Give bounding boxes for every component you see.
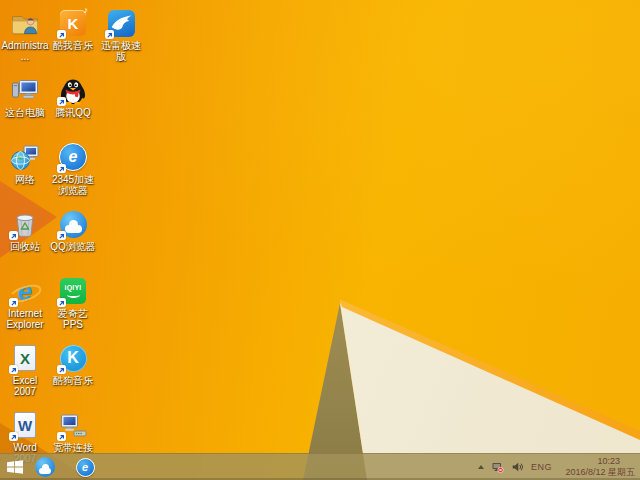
system-tray: ENG 10:23 2016/8/12 星期五 [478,454,640,480]
volume-icon[interactable] [511,461,524,473]
start-button[interactable] [0,454,30,480]
shortcut-arrow-icon [57,365,66,374]
desktop-icon-label: 2345加速浏览器 [49,174,97,196]
clock-time: 10:23 [559,456,635,467]
shortcut-arrow-icon [9,298,18,307]
iqiyi-pps-icon: iQIYI [58,276,88,306]
shortcut-arrow-icon [9,231,18,240]
desktop-icon-label: 爱奇艺PPS [49,308,97,330]
desktop-icon-iqiyi-pps[interactable]: iQIYI 爱奇艺PPS [49,276,97,330]
taskbar-2345-browser-button[interactable]: e [70,454,100,480]
shortcut-arrow-icon [105,30,114,39]
computer-icon [10,75,40,105]
desktop-icon-kugou-music[interactable]: K 酷狗音乐 [49,343,97,386]
shortcut-arrow-icon [9,432,18,441]
desktop-icon-recycle-bin[interactable]: 回收站 [1,209,49,252]
qq-penguin-icon [58,75,88,105]
desktop-icon-label: QQ浏览器 [50,241,96,252]
desktop-icon-tencent-qq[interactable]: 腾讯QQ [49,75,97,118]
shortcut-arrow-icon [57,231,66,240]
desktop-icon-broadband-connection[interactable]: 宽带连接 [49,410,97,453]
2345-e-sphere-icon: e [76,458,95,477]
desktop-icon-kuwo-music[interactable]: K ♪ 酷我音乐 [49,8,97,51]
desktop-icon-label: 这台电脑 [5,107,45,118]
internet-explorer-icon: e [10,276,40,306]
shortcut-arrow-icon [9,365,18,374]
shortcut-arrow-icon [57,432,66,441]
kugou-music-icon: K [58,343,88,373]
network-disconnected-icon[interactable] [491,461,504,473]
shortcut-arrow-icon [57,298,66,307]
language-indicator[interactable]: ENG [531,462,552,472]
user-folder-icon [10,8,40,38]
desktop-icon-label: 腾讯QQ [55,107,91,118]
desktop-icon-2345-browser[interactable]: e 2345加速浏览器 [49,142,97,196]
desktop-icon-network[interactable]: 网络 [1,142,49,185]
qq-browser-cloud-icon [58,209,88,239]
kuwo-music-icon: K ♪ [58,8,88,38]
clock-date: 2016/8/12 星期五 [559,467,635,478]
shortcut-arrow-icon [57,164,66,173]
desktop-icon-this-pc[interactable]: 这台电脑 [1,75,49,118]
desktop-icon-internet-explorer[interactable]: e Internet Explorer [1,276,49,330]
desktop: Administra... 这台电脑 [0,0,640,480]
broadband-connection-icon [58,410,88,440]
desktop-icon-excel-2007[interactable]: X Excel 2007 [1,343,49,397]
show-hidden-icons-button[interactable] [478,465,484,469]
windows-logo-icon [7,460,23,474]
taskbar-qq-browser-button[interactable] [30,454,60,480]
shortcut-arrow-icon [57,97,66,106]
desktop-icon-label: 迅雷极速版 [97,40,145,62]
clock[interactable]: 10:23 2016/8/12 星期五 [559,456,635,478]
qq-browser-cloud-icon [35,457,55,477]
desktop-icon-label: 酷我音乐 [53,40,93,51]
desktop-icon-qq-browser[interactable]: QQ浏览器 [49,209,97,252]
desktop-icon-label: Excel 2007 [1,375,49,397]
desktop-icon-label: Internet Explorer [1,308,49,330]
desktop-icon-administrator[interactable]: Administra... [1,8,49,62]
music-note-icon: ♪ [84,5,89,15]
shortcut-arrow-icon [57,30,66,39]
recycle-bin-icon [10,209,40,239]
desktop-icon-label: 酷狗音乐 [53,375,93,386]
desktop-icon-xunlei[interactable]: 迅雷极速版 [97,8,145,62]
taskbar: e ENG 10:23 2016/8/12 星期五 [0,453,640,480]
desktop-icon-label: 宽带连接 [53,442,93,453]
2345-browser-icon: e [58,142,88,172]
network-globe-icon [10,142,40,172]
xunlei-bird-icon [106,8,136,38]
word-page-icon: W [10,410,40,440]
desktop-icon-label: Administra... [1,40,49,62]
excel-page-icon: X [10,343,40,373]
desktop-icon-label: 网络 [15,174,35,185]
desktop-icon-label: 回收站 [10,241,40,252]
